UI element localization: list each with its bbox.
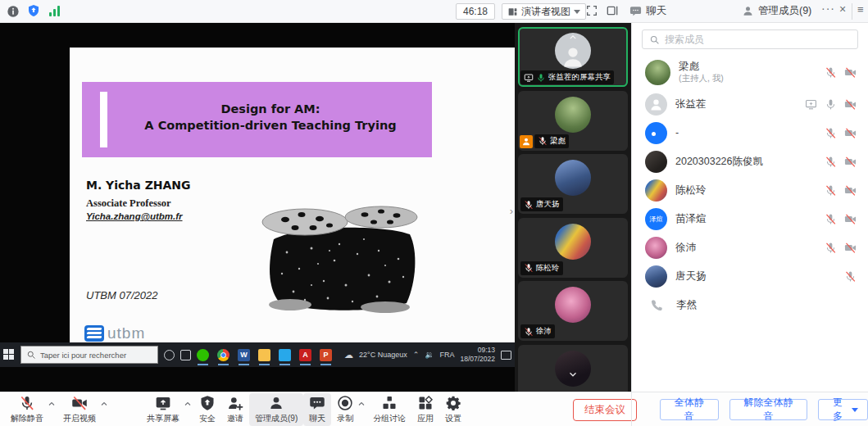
member-status-icons xyxy=(844,270,857,283)
mic-muted-icon[interactable] xyxy=(844,270,857,283)
mute-all-button[interactable]: 全体静音 xyxy=(660,399,719,420)
mic-muted-icon[interactable] xyxy=(825,242,837,254)
toolbar-chat[interactable]: 聊天 xyxy=(303,393,331,426)
toolbar-members[interactable]: 管理成员(9) xyxy=(249,393,303,426)
end-meeting-button[interactable]: 结束会议 xyxy=(573,399,637,421)
mic-muted-icon[interactable] xyxy=(825,66,837,79)
cam-off-icon[interactable] xyxy=(844,184,857,197)
member-row[interactable]: 陈松玲 xyxy=(632,176,868,205)
member-search-box[interactable] xyxy=(642,29,858,49)
toolbar-record[interactable]: 录制 xyxy=(331,393,359,426)
member-row[interactable]: 徐沛 xyxy=(632,233,868,262)
toolbar-label: 开启视频 xyxy=(63,413,96,424)
top-bar: 46:18 演讲者视图 聊天 管理成员(9) ··· × ≡ xyxy=(0,0,868,23)
cam-off-icon[interactable] xyxy=(844,242,857,254)
tile-name: 梁彪 xyxy=(550,136,566,147)
toolbar-mic-muted[interactable]: 解除静音 xyxy=(5,393,49,426)
scroll-up-icon[interactable] xyxy=(568,32,579,43)
toolbar-shield[interactable]: 安全 xyxy=(193,393,221,426)
tile-name: 张益茬的屏幕共享 xyxy=(548,72,611,83)
member-status-icons xyxy=(825,184,857,197)
video-tile[interactable]: 徐沛 xyxy=(518,281,628,341)
tile-name: 陈松玲 xyxy=(536,263,560,274)
member-row[interactable]: 唐天扬 xyxy=(632,262,868,291)
toolbar-gear[interactable]: 设置 xyxy=(439,393,467,426)
member-row[interactable]: 泽煊苗泽煊 xyxy=(632,205,868,233)
tile-name-label: 徐沛 xyxy=(520,324,555,338)
layout-icon xyxy=(507,7,518,17)
view-mode-selector[interactable]: 演讲者视图 xyxy=(502,3,586,20)
taskbar-app-wechat-icon xyxy=(197,349,209,361)
cam-off-icon[interactable] xyxy=(844,213,857,225)
bottom-toolbar: 解除静音开启视频共享屏幕安全邀请管理成员(9)聊天录制分组讨论应用设置 结束会议… xyxy=(0,392,868,426)
mic-muted-icon[interactable] xyxy=(825,156,837,168)
video-tile[interactable]: 梁彪 xyxy=(518,91,628,151)
mic-muted-icon[interactable] xyxy=(825,184,837,197)
member-name: 苗泽煊 xyxy=(675,212,707,225)
participant-avatar xyxy=(555,224,591,260)
member-row[interactable]: 李然 xyxy=(632,291,868,320)
meeting-controls: 解除静音开启视频共享屏幕安全邀请管理成员(9)聊天录制分组讨论应用设置 xyxy=(5,392,467,426)
more-actions-button[interactable]: 更多 xyxy=(818,399,868,420)
chevron-down-icon xyxy=(574,10,580,17)
network-signal-icon[interactable] xyxy=(49,6,60,16)
invite-icon xyxy=(227,395,243,411)
taskbar-app-word-icon: W xyxy=(238,349,250,361)
keyboard-language: FRA xyxy=(439,351,454,359)
cam-off-icon[interactable] xyxy=(844,98,857,111)
video-tile[interactable]: 张益茬的屏幕共享 xyxy=(518,27,628,87)
toolbar-apps[interactable]: 应用 xyxy=(411,393,439,426)
chat-panel-header[interactable]: 聊天 xyxy=(629,4,666,18)
cam-off-icon[interactable] xyxy=(844,127,857,139)
member-avatar: 泽煊 xyxy=(645,208,667,230)
task-view-icon xyxy=(180,350,191,360)
member-name-block: 李然 xyxy=(676,298,697,311)
toolbar-share-screen[interactable]: 共享屏幕 xyxy=(141,393,185,426)
member-name-block: - xyxy=(675,126,679,139)
member-search-input[interactable] xyxy=(665,34,851,45)
side-panel-toggle-icon[interactable] xyxy=(606,4,619,17)
members-panel: 梁彪(主持人, 我)张益茬-2020303226陈俊凯陈松玲泽煊苗泽煊徐沛唐天扬… xyxy=(631,23,868,392)
button-label: 解除全体静音 xyxy=(739,396,798,424)
toolbar-breakout[interactable]: 分组讨论 xyxy=(367,393,411,426)
weather-text: 22°C Nuageux xyxy=(359,351,407,359)
more-options-icon[interactable]: ··· xyxy=(821,2,835,15)
cam-off-icon[interactable] xyxy=(844,156,857,168)
screen-share-icon[interactable] xyxy=(805,98,817,111)
member-row[interactable]: 张益茬 xyxy=(632,90,868,119)
host-badge-icon xyxy=(520,135,533,148)
window-menu-icon[interactable]: ≡ xyxy=(857,3,864,16)
cam-off-icon[interactable] xyxy=(844,66,857,79)
video-tile[interactable]: 陈松玲 xyxy=(518,218,628,278)
participant-avatar xyxy=(555,97,591,133)
cortana-icon xyxy=(164,350,175,360)
unmute-all-button[interactable]: 解除全体静音 xyxy=(729,399,808,420)
search-icon xyxy=(649,34,660,45)
mic-on-icon[interactable] xyxy=(825,98,837,111)
toolbar-label: 聊天 xyxy=(309,413,325,424)
toolbar-invite[interactable]: 邀请 xyxy=(221,393,249,426)
chevron-down-icon xyxy=(852,408,858,415)
meeting-timer: 46:18 xyxy=(456,3,495,20)
taskbar-app-app-blue-icon xyxy=(279,349,291,361)
member-row[interactable]: - xyxy=(632,119,868,147)
meeting-info-icon[interactable] xyxy=(7,5,20,18)
remote-system-tray: ☁ 22°C Nuageux ⌃ 🔉 FRA 09:13 18/07/2022 xyxy=(344,346,511,363)
member-avatar xyxy=(645,265,667,288)
member-row[interactable]: 2020303226陈俊凯 xyxy=(632,147,868,176)
member-avatar xyxy=(645,93,667,116)
close-panel-icon[interactable]: × xyxy=(839,2,846,16)
scroll-down-icon[interactable] xyxy=(567,369,579,380)
fullscreen-icon[interactable] xyxy=(585,4,598,17)
mic-muted-icon[interactable] xyxy=(825,127,837,139)
members-panel-header[interactable]: 管理成员(9) xyxy=(742,4,811,18)
toolbar-label: 设置 xyxy=(445,413,461,424)
member-name: 张益茬 xyxy=(675,97,707,111)
collapse-strip-handle[interactable]: › xyxy=(510,205,513,217)
toolbar-cam-off[interactable]: 开启视频 xyxy=(57,393,102,426)
video-tile[interactable]: 唐天扬 xyxy=(518,154,628,214)
notification-center-icon xyxy=(501,351,511,360)
security-shield-icon[interactable] xyxy=(27,4,40,17)
mic-muted-icon[interactable] xyxy=(825,213,837,225)
member-row[interactable]: 梁彪(主持人, 我) xyxy=(632,54,868,90)
